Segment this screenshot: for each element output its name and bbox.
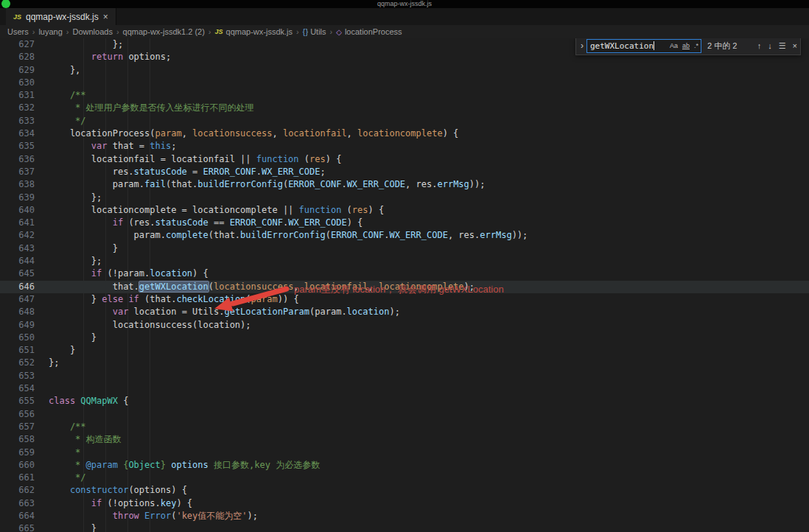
find-expand-chevron-icon[interactable]: › — [578, 41, 586, 51]
line-number: 657 — [0, 421, 35, 433]
code-line-638[interactable]: 638 param.fail(that.buildErrorConfig(ERR… — [0, 178, 809, 191]
breadcrumb-item-utils[interactable]: { }Utils — [303, 27, 326, 36]
code-token: ) { — [326, 154, 342, 164]
line-number: 662 — [0, 484, 35, 497]
code-line-653[interactable]: 653 — [0, 370, 809, 382]
code-line-630[interactable]: 630 — [0, 77, 809, 89]
close-find-icon[interactable]: × — [793, 41, 797, 50]
regex-icon[interactable]: .* — [694, 42, 698, 49]
breadcrumb-label: qqmap-wx-jssdk1.2 (2) — [123, 27, 205, 36]
tab-qqmap-wx-jssdk[interactable]: JS qqmap-wx-jssdk.js × — [6, 8, 116, 25]
code-text: /** — [35, 421, 86, 433]
tab-close-icon[interactable]: × — [103, 12, 108, 22]
breadcrumb-item-downloads[interactable]: Downloads — [73, 27, 113, 36]
code-token: errMsg — [480, 230, 511, 240]
breadcrumb-item-users[interactable]: Users — [7, 27, 29, 36]
code-token: statusCode — [134, 167, 187, 177]
find-in-selection-icon[interactable]: ☰ — [779, 41, 786, 51]
next-match-icon[interactable]: ↓ — [768, 41, 772, 50]
code-rows: 627 };628 return options;629 },630631 /*… — [0, 38, 809, 532]
code-line-649[interactable]: 649 locationsuccess(location); — [0, 319, 809, 332]
code-line-654[interactable]: 654 — [0, 382, 809, 395]
code-token: )) { — [278, 294, 299, 304]
code-token: ); — [464, 281, 474, 292]
code-line-636[interactable]: 636 locationfail = locationfail || funct… — [0, 153, 809, 166]
line-number: 655 — [0, 395, 35, 407]
code-token: ( — [209, 281, 214, 292]
breadcrumb-item-luyang[interactable]: luyang — [38, 27, 62, 36]
code-line-635[interactable]: 635 var that = this; — [0, 140, 809, 153]
code-token: . — [256, 167, 262, 177]
code-line-655[interactable]: 655class QQMapWX { — [0, 395, 809, 407]
code-text: * @param {Object} options 接口参数,key 为必选参数 — [35, 459, 320, 472]
code-line-641[interactable]: 641 if (res.statusCode == ERROR_CONF.WX_… — [0, 217, 809, 229]
code-token: /** — [49, 90, 86, 100]
code-line-633[interactable]: 633 */ — [0, 115, 809, 127]
code-line-656[interactable]: 656 — [0, 408, 809, 421]
code-line-643[interactable]: 643 } — [0, 242, 809, 255]
code-line-660[interactable]: 660 * @param {Object} options 接口参数,key 为… — [0, 459, 809, 472]
breadcrumb-item-qqmap-wx-jssdk-js[interactable]: JSqqmap-wx-jssdk.js — [215, 27, 293, 36]
code-line-645[interactable]: 645 if (!param.location) { — [0, 267, 809, 280]
previous-match-icon[interactable]: ↑ — [757, 41, 762, 50]
breadcrumb-separator: › — [209, 27, 211, 36]
code-line-629[interactable]: 629 }, — [0, 64, 809, 77]
match-case-icon[interactable]: Aa — [670, 42, 678, 49]
code-text: locationProcess(param, locationsuccess, … — [35, 127, 458, 140]
code-line-646[interactable]: 646 that.getWXLocation(locationsuccess, … — [0, 281, 809, 293]
code-token: , — [293, 281, 304, 292]
code-line-658[interactable]: 658 * 构造函数 — [0, 433, 809, 446]
code-token: ERROR_CONF — [203, 167, 256, 177]
code-line-648[interactable]: 648 var location = Utils.getLocationPara… — [0, 306, 809, 318]
code-token: = — [187, 167, 203, 177]
code-text: var location = Utils.getLocationParam(pa… — [35, 306, 400, 318]
code-text: } — [35, 522, 97, 532]
code-line-651[interactable]: 651 } — [0, 344, 809, 357]
line-number: 640 — [0, 204, 35, 217]
code-text: class QQMapWX { — [35, 395, 128, 407]
code-line-663[interactable]: 663 if (!options.key) { — [0, 497, 809, 510]
breadcrumb-item-locationprocess[interactable]: ◇locationProcess — [336, 27, 402, 36]
code-line-662[interactable]: 662 constructor(options) { — [0, 484, 809, 497]
code-token: ) { — [176, 498, 192, 508]
breadcrumb-item-qqmap-wx-jssdk1-2-2-[interactable]: qqmap-wx-jssdk1.2 (2) — [123, 27, 205, 36]
code-token: } — [49, 294, 102, 304]
code-line-647[interactable]: 647 } else if (that.checkLocation(param)… — [0, 293, 809, 306]
code-token: QQMapWX — [80, 396, 118, 406]
code-token: (param. — [309, 307, 347, 317]
code-token: , — [368, 281, 379, 292]
code-token: ) { — [443, 128, 459, 139]
code-token: }; — [49, 256, 102, 266]
line-number: 644 — [0, 255, 35, 267]
code-line-650[interactable]: 650 } — [0, 332, 809, 344]
code-line-665[interactable]: 665 } — [0, 522, 809, 532]
code-token: res. — [49, 167, 134, 177]
breadcrumb-separator: › — [296, 27, 299, 36]
code-line-642[interactable]: 642 param.complete(that.buildErrorConfig… — [0, 229, 809, 242]
code-token: (that. — [166, 179, 197, 189]
code-token: key — [161, 498, 177, 508]
code-line-639[interactable]: 639 }; — [0, 192, 809, 204]
code-line-640[interactable]: 640 locationcomplete = locationcomplete … — [0, 204, 809, 217]
code-token: else — [102, 294, 123, 304]
code-line-637[interactable]: 637 res.statusCode = ERROR_CONF.WX_ERR_C… — [0, 166, 809, 178]
code-line-632[interactable]: 632 * 处理用户参数是否传入坐标进行不同的处理 — [0, 102, 809, 114]
whole-word-icon[interactable]: ab — [682, 42, 690, 49]
breadcrumb-label: luyang — [38, 27, 62, 36]
code-token: { — [118, 396, 128, 406]
code-token: ) { — [347, 217, 363, 228]
code-line-631[interactable]: 631 /** — [0, 89, 809, 102]
code-line-657[interactable]: 657 /** — [0, 421, 809, 433]
code-token: errMsg — [437, 179, 469, 189]
code-line-634[interactable]: 634 locationProcess(param, locationsucce… — [0, 127, 809, 140]
code-line-659[interactable]: 659 * — [0, 447, 809, 459]
code-editor[interactable]: 627 };628 return options;629 },630631 /*… — [0, 38, 809, 532]
code-token: ) { — [368, 205, 385, 215]
code-text: locationcomplete = locationcomplete || f… — [35, 204, 384, 217]
code-line-661[interactable]: 661 */ — [0, 472, 809, 484]
code-line-664[interactable]: 664 throw Error('key值不能为空'); — [0, 510, 809, 522]
code-line-652[interactable]: 652}; — [0, 357, 809, 369]
code-line-644[interactable]: 644 }; — [0, 255, 809, 267]
code-token: }, — [49, 65, 80, 75]
find-input[interactable]: getWXLocation Aa ab .* — [586, 39, 701, 53]
